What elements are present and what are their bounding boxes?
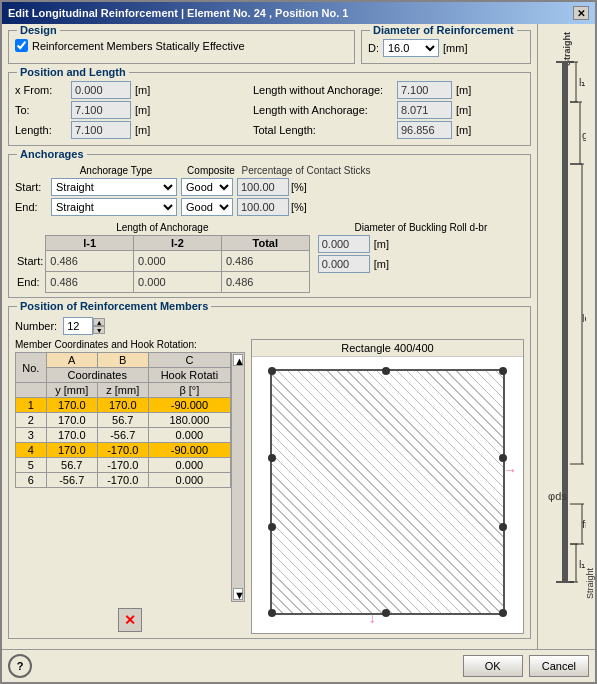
table-row[interactable]: 6 -56.7 -170.0 0.000	[16, 473, 231, 488]
row5-z: -170.0	[97, 458, 148, 473]
row1-z: 170.0	[97, 398, 148, 413]
row2-no: 2	[16, 413, 47, 428]
total-length-input	[397, 121, 452, 139]
delete-button[interactable]: ✕	[118, 608, 142, 632]
start-type-select[interactable]: StraightHookLoop	[51, 178, 177, 196]
row5-y: 56.7	[46, 458, 97, 473]
no-sub-header	[16, 383, 47, 398]
start-dbr-input	[318, 235, 370, 253]
col-b-header: B	[97, 353, 148, 368]
svg-rect-0	[562, 62, 568, 582]
x-from-unit: [m]	[135, 84, 150, 96]
members-group: Position of Reinforcement Members Number…	[8, 306, 531, 639]
scroll-up-btn[interactable]: ▲	[233, 354, 243, 366]
x-from-label: x From:	[15, 84, 67, 96]
row2-z: 56.7	[97, 413, 148, 428]
row2-y: 170.0	[46, 413, 97, 428]
rect-title: Rectangle 400/400	[252, 340, 523, 357]
start-contact-input	[237, 178, 289, 196]
statically-effective-label: Reinforcement Members Statically Effecti…	[32, 40, 245, 52]
end-type-select[interactable]: StraightHookLoop	[51, 198, 177, 216]
start-l1-input	[47, 252, 87, 270]
d-label: D:	[368, 42, 379, 54]
end-composite-select[interactable]: GoodModerate	[181, 198, 233, 216]
rebar-dot-7	[268, 454, 276, 462]
ok-button[interactable]: OK	[463, 655, 523, 677]
coordinates-header: Coordinates	[46, 368, 148, 383]
table-scrollbar[interactable]: ▲ ▼	[231, 352, 245, 602]
col-no-header: No.	[16, 353, 47, 383]
total-col-header: Total	[221, 236, 309, 251]
table-row[interactable]: 4 170.0 -170.0 -90.000	[16, 443, 231, 458]
footer-bar: ? OK Cancel	[2, 649, 595, 682]
length-label: Length:	[15, 124, 67, 136]
table-row[interactable]: 3 170.0 -56.7 0.000	[16, 428, 231, 443]
start-dbr-unit: [m]	[374, 238, 389, 250]
rebar-dot-8	[499, 454, 507, 462]
col-c-header: C	[148, 353, 230, 368]
rebar-dot-9	[268, 523, 276, 531]
rebar-dot-3	[499, 367, 507, 375]
end-dbr-input	[318, 255, 370, 273]
pink-arrow-2: →	[365, 612, 381, 626]
end-l2-input	[135, 273, 175, 291]
length-input[interactable]	[71, 121, 131, 139]
end-dbr-unit: [m]	[374, 258, 389, 270]
pink-arrow-1: →	[503, 462, 517, 478]
z-header: z [mm]	[97, 383, 148, 398]
row3-no: 3	[16, 428, 47, 443]
x-from-input[interactable]	[71, 81, 131, 99]
diameter-label: Diameter of Reinforcement	[370, 24, 517, 36]
with-anch-unit: [m]	[456, 104, 471, 116]
without-anch-label: Length without Anchorage:	[253, 84, 393, 96]
table-row[interactable]: 1 170.0 170.0 -90.000	[16, 398, 231, 413]
row6-no: 6	[16, 473, 47, 488]
with-anch-input	[397, 101, 452, 119]
table-row[interactable]: 2 170.0 56.7 180.000	[16, 413, 231, 428]
start-l2-input	[135, 252, 175, 270]
members-table: No. A B C Coordinates Hook Rotati	[15, 352, 231, 488]
number-down-btn[interactable]: ▼	[93, 326, 105, 334]
main-window: Edit Longitudinal Reinforcement | Elemen…	[0, 0, 597, 684]
row1-y: 170.0	[46, 398, 97, 413]
y-header: y [mm]	[46, 383, 97, 398]
without-anch-unit: [m]	[456, 84, 471, 96]
end-anch-row-label: End:	[15, 272, 46, 293]
svg-text:l₁: l₁	[579, 76, 585, 88]
number-up-btn[interactable]: ▲	[93, 318, 105, 326]
help-button[interactable]: ?	[8, 654, 32, 678]
close-button[interactable]: ✕	[573, 6, 589, 20]
cancel-button[interactable]: Cancel	[529, 655, 589, 677]
anch-type-col-header: Anchorage Type	[51, 165, 181, 176]
without-anch-input	[397, 81, 452, 99]
end-contact-input	[237, 198, 289, 216]
design-label: Design	[17, 24, 60, 36]
total-length-label: Total Length:	[253, 124, 393, 136]
table-row[interactable]: 5 56.7 -170.0 0.000	[16, 458, 231, 473]
row6-z: -170.0	[97, 473, 148, 488]
end-contact-unit: [%]	[291, 201, 307, 213]
to-input[interactable]	[71, 101, 131, 119]
contact-col-header: Percentage of Contact Sticks	[241, 165, 371, 176]
row4-hook: -90.000	[148, 443, 230, 458]
rebar-dot-4	[268, 609, 276, 617]
end-l1-input	[47, 273, 87, 291]
row1-hook: -90.000	[148, 398, 230, 413]
number-input[interactable]	[63, 317, 93, 335]
diameter-select[interactable]: 16.08.010.012.014.020.0	[383, 39, 439, 57]
rebar-dot-1	[268, 367, 276, 375]
start-total-input	[223, 252, 263, 270]
statically-effective-checkbox[interactable]	[15, 39, 28, 52]
side-bottom-label: Straight	[538, 568, 595, 599]
rect-preview: Rectangle 400/400	[251, 339, 524, 634]
composite-col-header: Composite	[181, 165, 241, 176]
rebar-dot-6	[499, 609, 507, 617]
delete-icon: ✕	[124, 612, 136, 628]
start-composite-select[interactable]: GoodModerate	[181, 178, 233, 196]
svg-text:from: from	[582, 518, 586, 530]
anch-length-header: Length of Anchorage	[15, 222, 310, 233]
help-icon: ?	[17, 660, 24, 672]
rebar-dot-5	[382, 609, 390, 617]
scroll-down-btn[interactable]: ▼	[233, 588, 243, 600]
position-length-label: Position and Length	[17, 66, 129, 78]
